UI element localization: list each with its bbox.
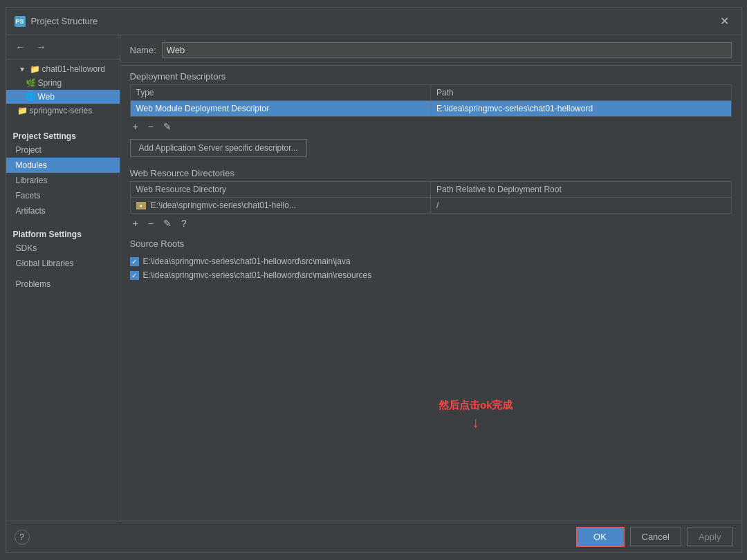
- tree-sibling-label: springmvc-series: [30, 106, 93, 115]
- bottom-bar: ? OK Cancel Apply: [6, 521, 741, 552]
- tree-root[interactable]: ▾ 📁 chat01-helloword: [6, 62, 120, 76]
- wr-add-button[interactable]: +: [130, 216, 141, 230]
- spring-icon: 🌿: [26, 78, 35, 88]
- deployment-descriptors-table: Type Path Web Module Deployment Descript…: [130, 84, 732, 117]
- apply-button[interactable]: Apply: [687, 528, 733, 546]
- wr-col-path: Path Relative to Deployment Root: [431, 182, 731, 197]
- cancel-button[interactable]: Cancel: [630, 528, 681, 546]
- left-panel: ← → ▾ 📁 chat01-helloword 🌿 Spring 🌐 Web: [6, 35, 120, 521]
- tree-root-label: chat01-helloword: [42, 64, 105, 74]
- dd-cell-type: Web Module Deployment Descriptor: [131, 101, 432, 116]
- dd-edit-button[interactable]: ✎: [160, 120, 174, 133]
- wr-table-row[interactable]: ▪ E:\idea\springmvc-series\chat01-hello.…: [131, 198, 731, 213]
- name-label: Name:: [130, 45, 156, 55]
- tree-spring[interactable]: 🌿 Spring: [6, 76, 120, 90]
- wr-remove-button[interactable]: −: [145, 216, 156, 230]
- dd-remove-button[interactable]: −: [145, 120, 156, 133]
- wr-help-button[interactable]: ?: [178, 216, 190, 230]
- bottom-right: OK Cancel Apply: [576, 527, 733, 547]
- sidebar-item-artifacts[interactable]: Artifacts: [6, 203, 120, 218]
- add-server-button[interactable]: Add Application Server specific descript…: [130, 139, 307, 157]
- wr-col-dir: Web Resource Directory: [131, 182, 432, 197]
- folder-small-icon: ▪: [136, 202, 146, 209]
- bottom-left: ?: [15, 530, 30, 545]
- deployment-descriptors-title: Deployment Descriptors: [120, 66, 741, 84]
- title-bar: PS Project Structure ✕: [6, 8, 741, 35]
- web-resource-title: Web Resource Directories: [120, 162, 741, 181]
- wr-edit-button[interactable]: ✎: [160, 216, 174, 230]
- sidebar-item-project[interactable]: Project: [6, 142, 120, 158]
- name-input[interactable]: [162, 42, 732, 58]
- tree-web-label: Web: [38, 92, 55, 102]
- dialog-icon: PS: [15, 16, 26, 27]
- sidebar-item-libraries[interactable]: Libraries: [6, 173, 120, 188]
- dd-col-type: Type: [131, 85, 432, 100]
- dd-table-header: Type Path: [131, 85, 731, 101]
- checkbox-1[interactable]: ✓: [130, 257, 139, 266]
- forward-button[interactable]: →: [33, 39, 50, 55]
- web-icon: 🌐: [26, 92, 35, 102]
- source-root-item-2: ✓ E:\idea\springmvc-series\chat01-hellow…: [130, 268, 732, 282]
- source-root-path-1: E:\idea\springmvc-series\chat01-hellowor…: [143, 256, 351, 266]
- project-tree: ▾ 📁 chat01-helloword 🌿 Spring 🌐 Web 📁 sp…: [6, 59, 120, 120]
- tree-sibling[interactable]: 📁 springmvc-series: [6, 104, 120, 118]
- folder-icon: 📁: [30, 64, 39, 74]
- main-body: ← → ▾ 📁 chat01-helloword 🌿 Spring 🌐 Web: [6, 35, 741, 521]
- divider-3: [6, 271, 120, 277]
- source-roots-title: Source Roots: [120, 233, 741, 252]
- source-root-item-1: ✓ E:\idea\springmvc-series\chat01-hellow…: [130, 254, 732, 268]
- wr-table-header: Web Resource Directory Path Relative to …: [131, 182, 731, 198]
- wr-cell-path: /: [431, 198, 731, 213]
- name-row: Name:: [120, 35, 741, 66]
- chevron-down-icon: ▾: [17, 64, 27, 74]
- back-button[interactable]: ←: [12, 39, 30, 55]
- tree-spring-label: Spring: [38, 78, 62, 88]
- wr-cell-dir: ▪ E:\idea\springmvc-series\chat01-hello.…: [131, 198, 432, 213]
- sidebar-item-problems[interactable]: Problems: [6, 277, 120, 292]
- wr-mini-toolbar: + − ✎ ?: [120, 214, 741, 233]
- dd-cell-path: E:\idea\springmvc-series\chat01-hellowor…: [431, 101, 731, 116]
- dd-table-row[interactable]: Web Module Deployment Descriptor E:\idea…: [131, 101, 731, 116]
- checkbox-2[interactable]: ✓: [130, 271, 139, 280]
- platform-settings-label: Platform Settings: [6, 224, 120, 241]
- divider-1: [6, 120, 120, 126]
- source-root-path-2: E:\idea\springmvc-series\chat01-hellowor…: [143, 270, 372, 280]
- dd-mini-toolbar: + − ✎: [120, 117, 741, 136]
- project-structure-dialog: PS Project Structure ✕ ← → ▾ 📁 chat01-he…: [6, 7, 742, 553]
- web-resource-table: Web Resource Directory Path Relative to …: [130, 181, 732, 214]
- title-bar-left: PS Project Structure: [15, 16, 98, 27]
- nav-toolbar: ← →: [6, 35, 120, 59]
- dd-add-button[interactable]: +: [130, 120, 141, 133]
- sidebar-item-global-libraries[interactable]: Global Libraries: [6, 256, 120, 271]
- sidebar-item-facets[interactable]: Facets: [6, 188, 120, 203]
- divider-2: [6, 218, 120, 224]
- right-panel: Name: Deployment Descriptors Type Path W…: [120, 35, 741, 521]
- help-button[interactable]: ?: [15, 530, 30, 545]
- sidebar-item-sdks[interactable]: SDKs: [6, 241, 120, 256]
- sidebar-item-modules[interactable]: Modules: [6, 158, 120, 173]
- project-settings-label: Project Settings: [6, 126, 120, 142]
- right-scroll: Deployment Descriptors Type Path Web Mod…: [120, 66, 741, 521]
- tree-web[interactable]: 🌐 Web: [6, 90, 120, 104]
- close-button[interactable]: ✕: [716, 13, 733, 29]
- dd-col-path: Path: [431, 85, 731, 100]
- dialog-title: Project Structure: [31, 16, 98, 26]
- ok-button[interactable]: OK: [576, 527, 625, 547]
- source-roots-section: ✓ E:\idea\springmvc-series\chat01-hellow…: [120, 252, 741, 285]
- folder-icon-2: 📁: [17, 106, 27, 115]
- wr-dir-text: E:\idea\springmvc-series\chat01-hello...: [151, 200, 296, 210]
